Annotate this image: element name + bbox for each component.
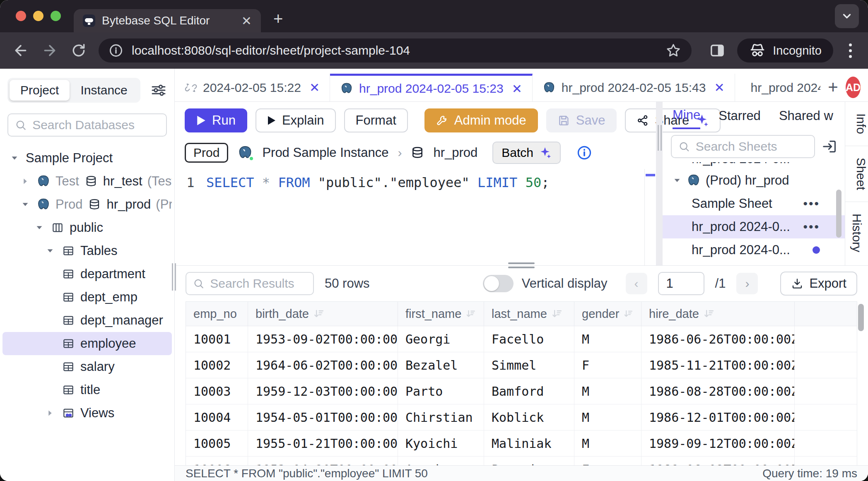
tab-starred[interactable]: Starred <box>719 108 761 128</box>
tab-instance[interactable]: Instance <box>70 80 138 101</box>
info-icon[interactable] <box>576 145 592 161</box>
tree-item-table-salary[interactable]: salary <box>2 355 172 378</box>
add-sheet-button[interactable]: + <box>820 77 846 97</box>
tree-item-hr-prod[interactable]: Prod hr_prod (Pr... <box>2 193 172 216</box>
sheet-tab-1[interactable]: 2024-02-05 15:22 ✕ <box>175 74 330 101</box>
sheet-tab-3[interactable]: hr_prod 2024-02-05 15:43 ✕ <box>533 74 735 101</box>
sort-icon[interactable] <box>703 308 715 320</box>
tree-item-table-dept-manager[interactable]: dept_manager <box>2 309 172 332</box>
sheet-item-sample[interactable]: Sample Sheet ••• <box>663 192 845 215</box>
sort-icon[interactable] <box>551 308 563 320</box>
run-button[interactable]: Run <box>185 108 247 132</box>
sheet-search-input[interactable] <box>696 139 808 154</box>
caret-right-icon[interactable] <box>46 409 55 418</box>
column-header[interactable]: first_name <box>398 302 484 326</box>
explain-button[interactable]: Explain <box>256 108 336 132</box>
editor-minimap[interactable] <box>644 169 656 265</box>
caret-down-icon[interactable] <box>10 154 19 163</box>
close-sheet-icon[interactable]: ✕ <box>714 80 724 95</box>
sheet-menu-button[interactable]: ••• <box>803 220 820 234</box>
tree-item-table-employee[interactable]: employee <box>2 332 172 355</box>
table-row[interactable]: 100051955-01-21T00:00:00ZKyoichiMaliniak… <box>186 430 857 457</box>
user-avatar[interactable]: AD <box>846 77 861 98</box>
table-row[interactable]: 100041954-05-01T00:00:00ZChirstianKoblic… <box>186 404 857 430</box>
code-editor[interactable]: 1 SELECT * FROM "public"."employee" LIMI… <box>175 169 656 265</box>
sort-icon[interactable] <box>313 308 325 320</box>
close-sheet-icon[interactable]: ✕ <box>309 80 320 95</box>
rail-tab-info[interactable]: Info <box>845 102 868 146</box>
tree-item-table-dept-emp[interactable]: dept_emp <box>2 286 172 309</box>
results-resize-handle[interactable] <box>508 262 535 268</box>
column-header[interactable]: last_name <box>484 302 574 326</box>
tab-close-icon[interactable]: ✕ <box>241 14 252 28</box>
export-button[interactable]: Export <box>780 272 857 296</box>
panel-divider[interactable] <box>656 102 663 265</box>
panel-resize-handle[interactable] <box>658 125 662 151</box>
filter-settings-button[interactable] <box>150 82 167 99</box>
table-row[interactable]: 100031959-12-03T00:00:00ZPartoBamfordM19… <box>186 378 857 404</box>
tree-item-hr-test[interactable]: Test hr_test (Test... <box>2 170 172 193</box>
caret-down-icon[interactable] <box>35 223 44 232</box>
side-panel-button[interactable] <box>708 41 726 60</box>
tree-item-project[interactable]: Sample Project <box>2 147 172 170</box>
tab-search-button[interactable] <box>835 4 859 28</box>
tab-project[interactable]: Project <box>10 80 70 101</box>
column-header[interactable]: gender <box>574 302 641 326</box>
forward-button[interactable] <box>41 41 59 60</box>
tab-shared[interactable]: Shared w <box>779 108 833 128</box>
tree-item-table-title[interactable]: title <box>2 378 172 402</box>
sheet-item-unsaved[interactable]: hr_prod 2024-0... <box>663 238 845 262</box>
site-info-icon[interactable] <box>108 43 123 58</box>
rail-tab-sheet[interactable]: Sheet <box>845 146 868 202</box>
minimize-window-button[interactable] <box>33 11 43 21</box>
new-tab-button[interactable]: + <box>273 10 283 28</box>
sheet-item-current[interactable]: hr_prod 2024-0... ••• <box>663 215 845 238</box>
results-search-input[interactable] <box>210 277 306 291</box>
tab-mine[interactable]: Mine <box>673 108 700 129</box>
admin-mode-button[interactable]: Admin mode <box>424 108 538 132</box>
bookmark-star-icon[interactable] <box>665 42 682 59</box>
sheet-tab-4[interactable]: hr_prod 2024-0 <box>735 74 821 101</box>
url-text[interactable]: localhost:8080/sql-editor/sheet/project-… <box>132 43 657 58</box>
tree-item-views-group[interactable]: Views <box>2 402 172 425</box>
browser-menu-button[interactable] <box>844 43 856 58</box>
sheet-search[interactable] <box>671 135 815 158</box>
address-bar[interactable]: localhost:8080/sql-editor/sheet/project-… <box>99 38 692 63</box>
close-sheet-icon[interactable]: ✕ <box>512 82 522 96</box>
next-page-button[interactable]: › <box>736 273 758 294</box>
sheet-item-unsaved-2[interactable]: hr_prod 2024-0... <box>663 262 845 265</box>
column-header[interactable]: birth_date <box>248 302 398 326</box>
vertical-display-toggle[interactable] <box>483 275 514 292</box>
sheet-tab-2-active[interactable]: hr_prod 2024-02-05 15:23 ✕ <box>330 74 533 101</box>
prev-page-button[interactable]: ‹ <box>626 273 647 294</box>
rail-tab-history[interactable]: History <box>850 202 864 264</box>
back-button[interactable] <box>12 41 30 60</box>
window-controls[interactable] <box>16 11 61 21</box>
sheet-group-hr-prod[interactable]: (Prod) hr_prod <box>663 169 845 192</box>
table-row[interactable]: 100011953-09-02T00:00:00ZGeorgiFacelloM1… <box>186 326 857 352</box>
sort-icon[interactable] <box>465 308 476 320</box>
caret-down-icon[interactable] <box>46 246 55 255</box>
instance-name[interactable]: Prod Sample Instance <box>262 145 388 160</box>
results-scrollbar[interactable] <box>858 304 864 331</box>
column-header[interactable]: emp_no <box>186 302 248 326</box>
tree-item-table-department[interactable]: department <box>2 262 172 286</box>
caret-down-icon[interactable] <box>673 176 682 185</box>
code-line[interactable]: SELECT * FROM "public"."employee" LIMIT … <box>206 169 644 265</box>
sheet-list-scrollbar[interactable] <box>836 190 841 238</box>
sheet-menu-button[interactable]: ••• <box>803 197 820 211</box>
browser-tab[interactable]: Bytebase SQL Editor ✕ <box>74 9 261 32</box>
tree-item-tables-group[interactable]: Tables <box>2 239 172 262</box>
column-header[interactable]: hire_date <box>641 302 795 326</box>
batch-button[interactable]: Batch <box>492 142 561 164</box>
open-sheet-icon[interactable] <box>822 139 837 154</box>
caret-down-icon[interactable] <box>21 200 30 209</box>
save-button[interactable]: Save <box>546 108 617 132</box>
sheet-item-clipped[interactable]: hr_prod 2024-0...••• <box>663 162 845 169</box>
caret-right-icon[interactable] <box>21 177 30 186</box>
zoom-window-button[interactable] <box>51 11 61 21</box>
table-row[interactable]: 100061953-04-20T00:00:00ZAnnekePreusigF1… <box>186 457 857 465</box>
database-name[interactable]: hr_prod <box>433 145 477 160</box>
database-search[interactable] <box>7 113 167 137</box>
reload-button[interactable] <box>70 41 88 60</box>
